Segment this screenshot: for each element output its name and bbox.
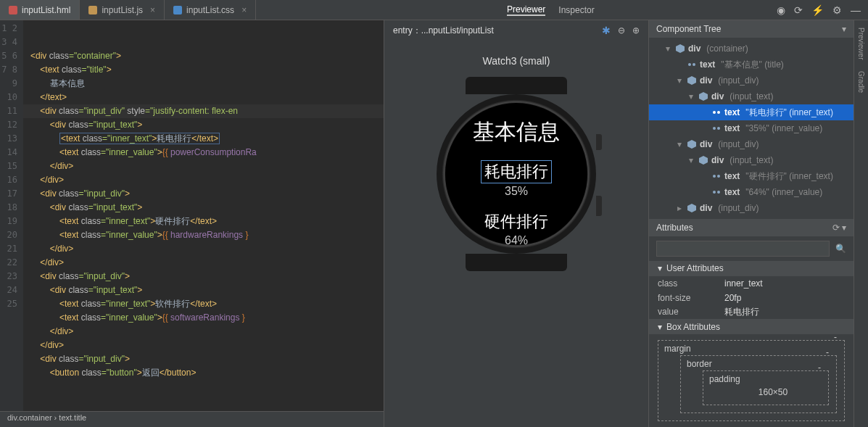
chevron-down-icon[interactable]: ▾ xyxy=(842,24,846,34)
watch-title: 基本信息 xyxy=(473,117,560,147)
svg-rect-2 xyxy=(173,6,182,14)
tab-js[interactable]: inputList.js × xyxy=(80,0,165,20)
component-tree-header: Component Tree xyxy=(656,24,721,34)
cube-icon xyxy=(687,139,697,149)
svg-point-6 xyxy=(717,111,720,114)
tree-node-text-innertext1[interactable]: text"耗电排行" (inner_text) xyxy=(649,104,853,120)
cube-icon xyxy=(687,75,697,86)
text-icon xyxy=(687,59,697,70)
tab-css[interactable]: inputList.css × xyxy=(165,0,256,20)
tab-css-label: inputList.css xyxy=(186,5,234,15)
attr-row-fontsize[interactable]: font-size20fp xyxy=(649,291,853,305)
svg-point-4 xyxy=(693,63,695,66)
text-icon xyxy=(711,123,722,133)
watch-crown xyxy=(596,134,602,150)
previewer-tab[interactable]: Previewer xyxy=(507,4,545,16)
refresh-icon[interactable]: ⟳ xyxy=(832,223,840,233)
tree-node-text-innervalue2[interactable]: text"64%" (inner_value) xyxy=(649,184,853,200)
zoom-out-icon[interactable]: ⊖ xyxy=(618,25,625,36)
svg-rect-0 xyxy=(9,6,17,14)
text-icon xyxy=(711,107,722,117)
text-icon xyxy=(711,171,722,181)
svg-rect-1 xyxy=(88,6,97,14)
svg-point-9 xyxy=(713,175,716,178)
watch-row1-value: 35% xyxy=(481,185,552,198)
attribute-search-input[interactable] xyxy=(656,241,830,257)
sidebar-previewer[interactable]: Previewer xyxy=(857,28,865,59)
line-gutter: 1 2 3 4 5 6 7 8 9 10 11 12 13 14 15 16 1… xyxy=(0,20,23,411)
attr-row-value[interactable]: value耗电排行 xyxy=(649,305,853,320)
watch-row1-label[interactable]: 耗电排行 xyxy=(481,160,552,183)
svg-point-11 xyxy=(713,191,716,194)
css-file-icon xyxy=(173,6,182,14)
watch-row2-value: 64% xyxy=(484,234,548,245)
svg-point-12 xyxy=(717,191,720,194)
svg-point-3 xyxy=(688,63,691,66)
tree-node-div-inputdiv2[interactable]: ▾div(input_div) xyxy=(649,136,853,152)
close-icon[interactable]: × xyxy=(241,5,247,15)
tree-node-text-innertext2[interactable]: text"硬件排行" (inner_text) xyxy=(649,168,853,184)
hml-file-icon xyxy=(9,6,17,14)
zoom-in-icon[interactable]: ⊕ xyxy=(632,25,640,36)
inspector-tab[interactable]: Inspector xyxy=(558,5,594,15)
cube-icon xyxy=(698,91,708,101)
svg-point-5 xyxy=(713,111,716,114)
js-file-icon xyxy=(88,6,97,14)
svg-point-10 xyxy=(717,175,720,178)
eye-icon[interactable]: ◉ xyxy=(777,4,785,16)
tree-node-div-container[interactable]: ▾div(container) xyxy=(649,41,853,57)
gear-icon[interactable]: ⚙ xyxy=(832,4,842,16)
device-label: Watch3 (small) xyxy=(483,55,550,67)
plug-icon[interactable]: ⚡ xyxy=(811,4,824,16)
box-size: 160×50 xyxy=(725,387,821,397)
tab-hml-label: inputList.hml xyxy=(22,5,70,15)
attr-row-class[interactable]: classinner_text xyxy=(649,276,853,291)
chevron-down-icon[interactable]: ▾ xyxy=(658,263,662,273)
user-attributes-header: User Attributes xyxy=(666,263,724,273)
close-icon[interactable]: × xyxy=(150,5,155,15)
refresh-icon[interactable]: ⟳ xyxy=(794,4,803,16)
tree-node-div-inputdiv3[interactable]: ▸div(input_div) xyxy=(649,200,853,216)
text-icon xyxy=(711,187,722,197)
tab-hml[interactable]: inputList.hml xyxy=(0,0,80,20)
watch-button xyxy=(596,196,602,216)
tab-js-label: inputList.js xyxy=(102,5,143,15)
box-model: margin- border- padding- 160×50 xyxy=(649,334,853,427)
watch-device: 基本信息 耗电排行 35% 硬件排行 64% xyxy=(437,77,596,273)
tree-node-text-innervalue1[interactable]: text"35%" (inner_value) xyxy=(649,120,853,136)
watch-row2-label: 硬件排行 xyxy=(484,211,548,233)
minimize-icon[interactable]: — xyxy=(851,4,861,16)
cube-icon xyxy=(698,155,708,165)
cube-icon xyxy=(687,203,697,213)
component-tree[interactable]: ▾div(container) text"基本信息" (title) ▾div(… xyxy=(649,38,853,219)
box-attributes-header: Box Attributes xyxy=(666,322,720,332)
attributes-header: Attributes xyxy=(656,223,693,233)
svg-point-7 xyxy=(713,127,716,130)
search-icon[interactable]: 🔍 xyxy=(835,244,846,254)
breadcrumb[interactable]: div.container › text.title xyxy=(0,411,384,427)
cube-icon xyxy=(675,43,685,54)
preview-canvas[interactable]: Watch3 (small) 基本信息 耗电排行 35% 硬件排行 6 xyxy=(384,41,648,427)
tree-node-text-title[interactable]: text"基本信息" (title) xyxy=(649,57,853,72)
sidebar-gradle[interactable]: Gradle xyxy=(857,71,865,93)
tree-node-div-inputtext2[interactable]: ▾div(input_text) xyxy=(649,152,853,168)
chevron-down-icon[interactable]: ▾ xyxy=(842,223,846,233)
entry-label: entry：...nputList/inputList xyxy=(393,25,494,37)
tree-node-div-inputtext1[interactable]: ▾div(input_text) xyxy=(649,88,853,104)
snowflake-icon[interactable]: ✱ xyxy=(602,25,611,36)
chevron-down-icon[interactable]: ▾ xyxy=(658,322,662,332)
tree-node-div-inputdiv1[interactable]: ▾div(input_div) xyxy=(649,72,853,88)
svg-point-8 xyxy=(717,127,720,130)
code-editor[interactable]: 1 2 3 4 5 6 7 8 9 10 11 12 13 14 15 16 1… xyxy=(0,20,384,411)
